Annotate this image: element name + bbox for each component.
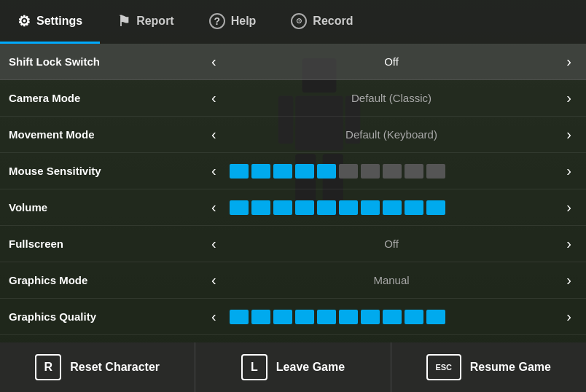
slider-block	[426, 310, 445, 324]
camera-mode-left-arrow[interactable]: ‹	[206, 87, 222, 109]
camera-mode-label: Camera Mode	[9, 92, 206, 104]
movement-mode-value: Default (Keyboard)	[230, 128, 554, 141]
graphics-quality-control: ‹ ›	[206, 305, 577, 328]
reset-key-badge: R	[35, 354, 61, 380]
shift-lock-label: Shift Lock Switch	[9, 55, 206, 68]
slider-block	[383, 164, 402, 179]
slider-block	[317, 200, 336, 215]
slider-block	[426, 200, 445, 215]
reset-character-button[interactable]: R Reset Character	[0, 342, 195, 392]
record-icon: ⊙	[291, 13, 307, 29]
slider-block	[383, 310, 402, 324]
bottom-action-bar: R Reset Character L Leave Game ESC Resum…	[0, 342, 586, 392]
fullscreen-control: ‹ Off ›	[206, 232, 577, 255]
volume-label: Volume	[9, 201, 206, 213]
slider-block	[295, 164, 314, 179]
setting-fullscreen: Fullscreen ‹ Off ›	[0, 226, 586, 262]
movement-mode-control: ‹ Default (Keyboard) ›	[206, 123, 577, 146]
mouse-sensitivity-right-arrow[interactable]: ›	[560, 160, 577, 182]
graphics-mode-label: Graphics Mode	[9, 274, 206, 286]
report-icon: ⚑	[117, 12, 130, 30]
slider-block	[317, 164, 336, 179]
slider-block	[230, 164, 249, 179]
slider-block	[383, 200, 402, 215]
movement-mode-label: Movement Mode	[9, 128, 206, 141]
tab-record[interactable]: ⊙ Record	[273, 0, 370, 44]
tab-help[interactable]: ? Help	[192, 0, 274, 44]
resume-game-label: Resume Game	[470, 361, 551, 374]
setting-shift-lock: Shift Lock Switch ‹ Off ›	[0, 44, 586, 80]
tab-settings-label: Settings	[36, 15, 82, 28]
mouse-sensitivity-control: ‹ ›	[206, 160, 577, 182]
leave-game-button[interactable]: L Leave Game	[195, 342, 391, 392]
graphics-quality-slider[interactable]	[230, 310, 554, 324]
movement-mode-right-arrow[interactable]: ›	[560, 123, 577, 146]
mouse-sensitivity-label: Mouse Sensitivity	[9, 165, 206, 177]
shift-lock-left-arrow[interactable]: ‹	[206, 50, 222, 73]
help-icon: ?	[209, 13, 225, 29]
slider-block	[317, 310, 336, 324]
graphics-mode-value: Manual	[230, 274, 554, 286]
shift-lock-right-arrow[interactable]: ›	[560, 50, 577, 73]
graphics-mode-control: ‹ Manual ›	[206, 269, 577, 291]
camera-mode-right-arrow[interactable]: ›	[560, 87, 577, 109]
shift-lock-value: Off	[230, 55, 554, 68]
slider-block	[339, 164, 358, 179]
slider-block	[230, 200, 249, 215]
slider-block	[251, 310, 270, 324]
tab-report[interactable]: ⚑ Report	[100, 0, 192, 44]
slider-block	[405, 310, 423, 324]
slider-block	[361, 310, 380, 324]
graphics-quality-left-arrow[interactable]: ‹	[206, 305, 222, 328]
slider-block	[405, 200, 423, 215]
leave-game-label: Leave Game	[276, 361, 345, 374]
reset-character-label: Reset Character	[70, 361, 160, 374]
slider-block	[295, 310, 314, 324]
movement-mode-left-arrow[interactable]: ‹	[206, 123, 222, 146]
volume-right-arrow[interactable]: ›	[560, 196, 577, 219]
graphics-quality-right-arrow[interactable]: ›	[560, 305, 577, 328]
setting-graphics-quality: Graphics Quality ‹ ›	[0, 299, 586, 335]
setting-volume: Volume ‹ ›	[0, 189, 586, 226]
fullscreen-value: Off	[230, 238, 554, 250]
slider-block	[251, 200, 270, 215]
setting-camera-mode: Camera Mode ‹ Default (Classic) ›	[0, 80, 586, 117]
resume-game-button[interactable]: ESC Resume Game	[391, 342, 586, 392]
slider-block	[361, 164, 380, 179]
leave-key-badge: L	[241, 354, 267, 380]
tab-settings[interactable]: ⚙ Settings	[0, 0, 100, 44]
slider-block	[251, 164, 270, 179]
volume-slider[interactable]	[230, 200, 554, 215]
slider-block	[339, 200, 358, 215]
mouse-sensitivity-left-arrow[interactable]: ‹	[206, 160, 222, 182]
camera-mode-value: Default (Classic)	[230, 92, 554, 104]
setting-movement-mode: Movement Mode ‹ Default (Keyboard) ›	[0, 117, 586, 153]
slider-block	[426, 164, 445, 179]
fullscreen-right-arrow[interactable]: ›	[560, 232, 577, 255]
tab-record-label: Record	[313, 15, 353, 28]
graphics-quality-label: Graphics Quality	[9, 310, 206, 323]
slider-block	[361, 200, 380, 215]
volume-left-arrow[interactable]: ‹	[206, 196, 222, 219]
slider-block	[339, 310, 358, 324]
shift-lock-control: ‹ Off ›	[206, 50, 577, 73]
slider-block	[273, 164, 292, 179]
graphics-mode-right-arrow[interactable]: ›	[560, 269, 577, 291]
slider-block	[405, 164, 423, 179]
slider-block	[295, 200, 314, 215]
tab-help-label: Help	[231, 15, 257, 28]
slider-block	[230, 310, 249, 324]
setting-graphics-mode: Graphics Mode ‹ Manual ›	[0, 262, 586, 299]
settings-content: Shift Lock Switch ‹ Off › Camera Mode ‹ …	[0, 44, 586, 342]
setting-mouse-sensitivity: Mouse Sensitivity ‹ ›	[0, 153, 586, 189]
resume-key-badge: ESC	[426, 354, 461, 380]
settings-panel: ⚙ Settings ⚑ Report ? Help ⊙ Record Shif…	[0, 0, 586, 392]
mouse-sensitivity-slider[interactable]	[230, 164, 554, 179]
fullscreen-label: Fullscreen	[9, 238, 206, 250]
slider-block	[273, 200, 292, 215]
settings-icon: ⚙	[17, 12, 31, 30]
fullscreen-left-arrow[interactable]: ‹	[206, 232, 222, 255]
graphics-mode-left-arrow[interactable]: ‹	[206, 269, 222, 291]
slider-block	[273, 310, 292, 324]
tab-report-label: Report	[136, 15, 174, 28]
